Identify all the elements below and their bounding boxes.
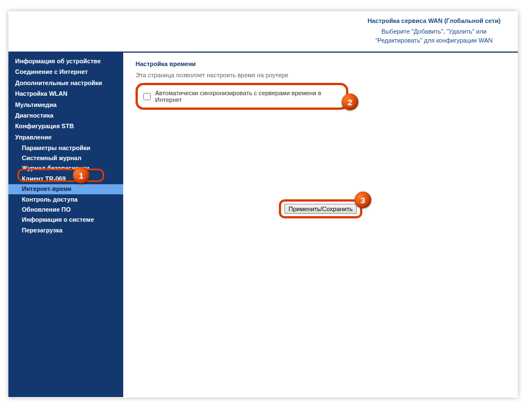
- sidebar-item-stb-config[interactable]: Конфигурация STB: [8, 121, 123, 132]
- main-pane: Настройка времени Эта страница позволяет…: [123, 53, 518, 397]
- sidebar-sub-software-update[interactable]: Обновление ПО: [8, 204, 123, 214]
- sidebar-item-advanced-settings[interactable]: Дополнительные настройки: [8, 78, 123, 88]
- sidebar-sub-settings-params[interactable]: Параметры настройки: [8, 143, 123, 153]
- sync-time-box: Автоматически синхронизировать с сервера…: [136, 83, 348, 110]
- header-help-block: Настройка сервиса WAN (Глобальной сети) …: [361, 17, 507, 45]
- apply-save-button[interactable]: Применить/Сохранить: [284, 204, 357, 214]
- sidebar-item-internet-connection[interactable]: Соединение с Интернет: [8, 67, 123, 77]
- sidebar-item-management[interactable]: Управление: [8, 132, 123, 143]
- sidebar-item-diagnostics[interactable]: Диагностика: [8, 110, 123, 121]
- page-frame: Настройка сервиса WAN (Глобальной сети) …: [8, 11, 518, 398]
- sidebar-item-multimedia[interactable]: Мультимедиа: [8, 100, 123, 110]
- auto-sync-label: Автоматически синхронизировать с сервера…: [155, 90, 340, 103]
- auto-sync-checkbox[interactable]: [143, 93, 151, 100]
- sidebar: Информация об устройстве Соединение с Ин…: [8, 53, 123, 397]
- sidebar-sub-system-log[interactable]: Системный журнал: [8, 153, 123, 164]
- sidebar-item-wlan-setup[interactable]: Настройка WLAN: [8, 88, 123, 99]
- sidebar-sub-reboot[interactable]: Перезагрузка: [8, 225, 123, 235]
- sidebar-item-device-info[interactable]: Информация об устройстве: [8, 56, 123, 67]
- header-help-desc: Выберите "Добавить", "Удалить" или "Реда…: [361, 27, 507, 45]
- sidebar-sub-access-control[interactable]: Контроль доступа: [8, 194, 123, 204]
- sidebar-sub-system-info[interactable]: Информация о системе: [8, 215, 123, 225]
- highlight-ring-1: [17, 169, 104, 182]
- apply-wrap: Применить/Сохранить: [136, 199, 506, 218]
- header-help-title: Настройка сервиса WAN (Глобальной сети): [361, 17, 507, 25]
- header: Настройка сервиса WAN (Глобальной сети) …: [8, 11, 518, 52]
- content-row: Информация об устройстве Соединение с Ин…: [8, 53, 518, 397]
- page-title: Настройка времени: [136, 60, 506, 67]
- page-subtext: Эта страница позволяет настроить время н…: [136, 72, 506, 78]
- sidebar-sub-internet-time[interactable]: Интернет-время: [8, 184, 123, 194]
- apply-highlight-ring: Применить/Сохранить: [279, 199, 362, 218]
